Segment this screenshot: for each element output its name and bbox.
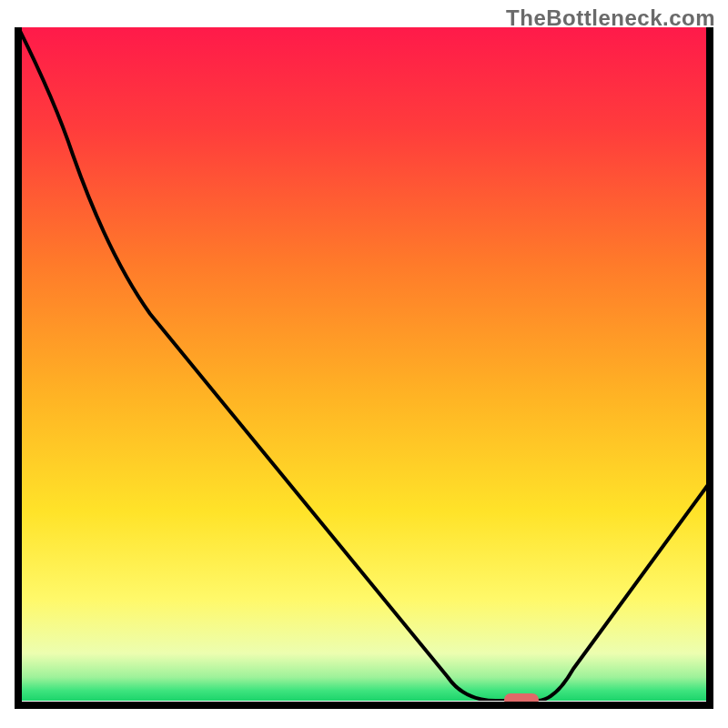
bottleneck-chart (0, 0, 728, 728)
watermark-text: TheBottleneck.com (506, 5, 715, 31)
chart-container: TheBottleneck.com (0, 0, 728, 728)
plot-background (18, 27, 710, 701)
